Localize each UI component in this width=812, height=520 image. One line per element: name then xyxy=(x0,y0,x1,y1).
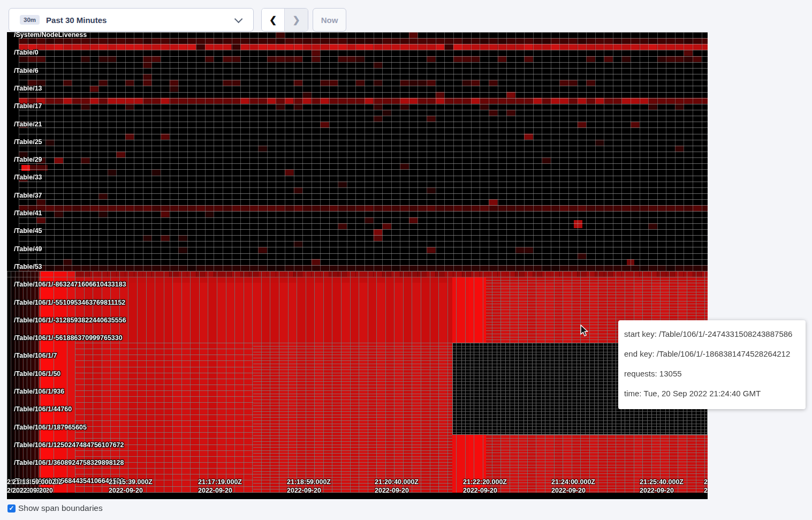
show-span-boundaries-label: Show span boundaries xyxy=(18,503,103,513)
next-time-button[interactable]: ❯ xyxy=(285,9,308,31)
time-range-badge: 30m xyxy=(20,15,40,25)
time-range-label: Past 30 Minutes xyxy=(46,16,107,25)
tooltip-row: end key: /Table/106/1/-18683814745282642… xyxy=(624,344,806,364)
key-visualizer-panel: /System/NodeLiveness/Table/0/Table/6/Tab… xyxy=(7,32,708,499)
prev-time-button[interactable]: ❮ xyxy=(262,9,285,31)
tooltip-row: requests: 13055 xyxy=(624,364,806,383)
time-range-dropdown[interactable]: 30m Past 30 Minutes xyxy=(9,8,254,32)
key-visualizer-page: { "toolbar": { "time_range": { "badge": … xyxy=(0,0,812,520)
time-nav-button-group: ❮ ❯ xyxy=(261,8,308,32)
chevron-down-icon xyxy=(234,14,243,23)
now-button[interactable]: Now xyxy=(313,8,346,32)
toolbar: 30m Past 30 Minutes ❮ ❯ Now xyxy=(0,0,812,32)
tooltip-row: start key: /Table/106/1/-247433150824388… xyxy=(624,324,806,344)
show-span-boundaries-checkbox[interactable]: ✓ xyxy=(7,504,16,513)
tooltip-row: time: Tue, 20 Sep 2022 21:24:40 GMT xyxy=(624,383,806,403)
chevron-right-icon: ❯ xyxy=(292,14,300,26)
footer: ✓ Show span boundaries xyxy=(7,503,103,513)
check-icon: ✓ xyxy=(9,505,14,511)
chevron-left-icon: ❮ xyxy=(269,14,277,26)
cell-tooltip: start key: /Table/106/1/-247433150824388… xyxy=(618,320,806,409)
key-visualizer-heatmap[interactable] xyxy=(7,32,708,499)
